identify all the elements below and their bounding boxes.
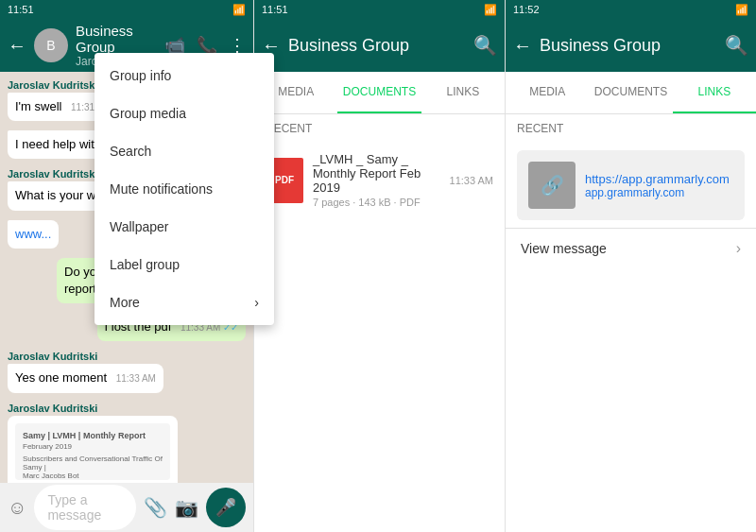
sender-name-3: Jaroslav Kudritski [8, 351, 97, 362]
menu-item-group-info[interactable]: Group info [94, 57, 274, 94]
docs-panel-title: Business Group [288, 36, 466, 56]
menu-item-more[interactable]: More › [94, 283, 274, 321]
bubble-in-5: Yes one moment 11:33 AM [8, 364, 163, 392]
links-tabs-bar: MEDIA DOCUMENTS LINKS [506, 72, 756, 114]
tab-links-3[interactable]: LINKS [673, 72, 756, 113]
avatar[interactable]: B [34, 28, 68, 62]
signal-icons-2: 📶 [484, 4, 497, 16]
sender-name-4: Jaroslav Kudritski [8, 403, 97, 414]
links-panel-header: ← Business Group 🔍 [506, 19, 756, 72]
sender-name-2: Jaroslav Kudritski [8, 168, 97, 180]
link-list-item[interactable]: 🔗 https://app.grammarly.com app.grammarl… [517, 150, 745, 220]
attach-icon[interactable]: 📎 [144, 496, 167, 519]
sender-name: Jaroslav Kudritski [8, 79, 97, 91]
time-3: 11:52 [513, 4, 540, 15]
mic-button[interactable]: 🎤 [206, 488, 246, 527]
menu-item-mute[interactable]: Mute notifications [94, 170, 274, 208]
status-bar-2: 11:51 📶 [254, 0, 505, 19]
docs-tabs-bar: MEDIA DOCUMENTS LINKS [254, 72, 505, 114]
time-2: 11:51 [262, 4, 288, 15]
link-thumbnail: 🔗 [528, 162, 576, 209]
tab-links-2[interactable]: LINKS [421, 72, 505, 113]
menu-item-search[interactable]: Search [94, 132, 274, 170]
dropdown-menu: Group info Group media Search Mute notif… [94, 53, 274, 325]
bubble-in-4: www... [8, 220, 59, 249]
doc-item-name: _LVMH _ Samy _ Monthly Report Feb 2019 [313, 152, 440, 195]
view-message-chevron-icon: › [736, 240, 741, 257]
message-group-7: Jaroslav Kudritski Yes one moment 11:33 … [8, 351, 246, 392]
link-info: https://app.grammarly.com app.grammarly.… [585, 172, 733, 199]
menu-item-wallpaper[interactable]: Wallpaper [94, 208, 274, 246]
chat-input-bar: ☺ Type a message 📎 📷 🎤 [0, 483, 253, 532]
links-back-icon[interactable]: ← [513, 35, 532, 57]
docs-section-label: RECENT [254, 114, 505, 143]
tab-documents-2[interactable]: DOCUMENTS [337, 72, 421, 113]
message-input[interactable]: Type a message [34, 485, 136, 530]
links-search-icon[interactable]: 🔍 [725, 34, 748, 57]
link-title: https://app.grammarly.com [585, 172, 733, 186]
tab-documents-3[interactable]: DOCUMENTS [589, 72, 672, 113]
status-bar-1: 11:51 📶 [0, 0, 253, 19]
link-subtitle: app.grammarly.com [585, 186, 733, 199]
docs-search-icon[interactable]: 🔍 [473, 34, 497, 57]
time-1: 11:51 [8, 4, 34, 15]
status-bar-3: 11:52 📶 [506, 0, 756, 19]
chevron-right-icon: › [254, 295, 259, 310]
menu-item-group-media[interactable]: Group media [94, 94, 274, 132]
documents-panel: 11:51 📶 ← Business Group 🔍 MEDIA DOCUMEN… [253, 0, 505, 532]
signal-icons-3: 📶 [735, 4, 748, 16]
docs-panel-header: ← Business Group 🔍 [254, 19, 505, 72]
view-message-label: View message [521, 241, 607, 256]
doc-item-details: _LVMH _ Samy _ Monthly Report Feb 2019 7… [313, 152, 440, 208]
doc-preview: Samy | LVMH | Monthly Report February 20… [15, 423, 170, 480]
camera-icon[interactable]: 📷 [175, 496, 198, 519]
menu-item-label-group[interactable]: Label group [94, 246, 274, 283]
doc-list-item[interactable]: PDF _LVMH _ Samy _ Monthly Report Feb 20… [254, 143, 505, 217]
doc-bubble[interactable]: Samy | LVMH | Monthly Report February 20… [8, 416, 178, 484]
emoji-icon[interactable]: ☺ [8, 497, 26, 519]
links-panel: 11:52 📶 ← Business Group 🔍 MEDIA DOCUMEN… [505, 0, 756, 532]
group-name-1[interactable]: Business Group [76, 23, 157, 55]
view-message-button[interactable]: View message › [506, 228, 756, 268]
doc-item-meta: 7 pages · 143 kB · PDF [313, 197, 440, 208]
signal-icons-1: 📶 [232, 4, 246, 16]
tab-media-3[interactable]: MEDIA [506, 72, 589, 113]
doc-item-time: 11:33 AM [450, 175, 493, 186]
links-panel-title: Business Group [540, 36, 717, 56]
chat-panel: 11:51 📶 ← B Business Group Jaroslav, You… [0, 0, 253, 532]
message-group-doc: Jaroslav Kudritski Samy | LVMH | Monthly… [8, 403, 246, 484]
links-section-label: RECENT [506, 114, 756, 143]
back-arrow-icon[interactable]: ← [8, 35, 26, 57]
